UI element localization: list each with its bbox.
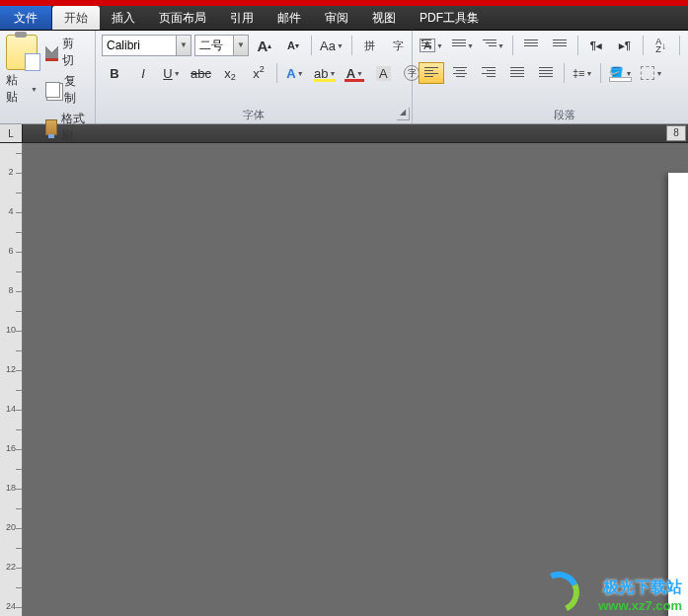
phonetic-guide-button[interactable]: 拼 (357, 35, 383, 56)
tab-mail[interactable]: 邮件 (266, 6, 313, 30)
borders-button[interactable]: ▼ (638, 62, 665, 84)
indent-increase-button[interactable] (547, 35, 573, 56)
bullets-icon (421, 39, 435, 51)
ruler-minor-tick (16, 232, 22, 233)
bold-button[interactable]: B (102, 62, 127, 84)
ruler-tick: 16 (0, 443, 22, 453)
ruler-vertical[interactable]: 24681012141618202224 (0, 143, 23, 616)
paste-button[interactable]: 粘贴▼ (6, 35, 38, 106)
ruler-tick: 14 (0, 404, 22, 414)
align-justify-icon (510, 67, 524, 79)
tab-review[interactable]: 审阅 (313, 6, 360, 30)
group-font-label: 字体 (243, 109, 265, 120)
tab-page-layout[interactable]: 页面布局 (147, 6, 218, 30)
workspace: 24681012141618202224 极光下载站 www.xz7.com (0, 143, 688, 616)
text-effect-button[interactable]: A▼ (282, 62, 308, 84)
copy-label: 复制 (64, 73, 85, 107)
tab-pdf-tools[interactable]: PDF工具集 (408, 6, 491, 30)
ruler-right-marker: 8 (666, 125, 686, 141)
ruler-minor-tick (16, 311, 22, 312)
numbering-button[interactable]: ▼ (449, 35, 477, 56)
strike-icon: abc (191, 66, 211, 81)
group-paragraph-label: 段落 (554, 109, 575, 120)
rtl-button[interactable]: ▸¶ (612, 35, 638, 56)
ruler-minor-tick (16, 568, 22, 569)
align-distribute-button[interactable] (533, 62, 559, 84)
separator (512, 36, 513, 55)
dialog-launcher-icon[interactable]: ◢ (397, 108, 410, 120)
underline-button[interactable]: U▼ (159, 62, 185, 84)
align-justify-button[interactable] (504, 62, 530, 84)
separator (564, 63, 565, 83)
italic-button[interactable]: I (130, 62, 156, 84)
align-right-button[interactable] (476, 62, 501, 84)
ruler-minor-tick (16, 192, 22, 193)
copy-icon (45, 82, 60, 98)
align-center-icon (453, 67, 467, 79)
highlight-button[interactable]: ab▼ (311, 62, 339, 84)
tab-bar: 文件 开始 插入 页面布局 引用 邮件 审阅 视图 PDF工具集 (0, 6, 688, 31)
paste-icon (6, 35, 38, 70)
ruler-minor-tick (16, 469, 22, 470)
change-case-button[interactable]: Aa▼ (317, 35, 346, 56)
tab-view[interactable]: 视图 (360, 6, 408, 30)
borders-icon (641, 66, 654, 80)
cut-button[interactable]: 剪切 (41, 35, 89, 70)
chevron-down-icon[interactable]: ▼ (176, 36, 191, 55)
group-clipboard: 粘贴▼ 剪切 复制 格式刷 剪贴板◢ (0, 31, 96, 123)
grow-font-button[interactable]: A▴ (252, 35, 277, 56)
grow-font-icon: A (258, 38, 268, 54)
color-swatch (314, 79, 336, 82)
font-family-input[interactable] (103, 37, 176, 54)
align-center-button[interactable] (447, 62, 473, 84)
scissors-icon (45, 44, 58, 61)
sort-button[interactable]: AZ↓ (649, 35, 674, 56)
document-canvas[interactable]: 极光下载站 www.xz7.com (23, 143, 688, 616)
char-shading-button[interactable]: A (370, 62, 396, 84)
separator (577, 36, 578, 55)
copy-button[interactable]: 复制 (41, 72, 89, 108)
line-spacing-button[interactable]: ‡≡▼ (570, 62, 595, 84)
font-size-input[interactable] (195, 37, 233, 54)
font-family-combo[interactable]: ▼ (102, 35, 191, 56)
font-color-button[interactable]: A▼ (342, 62, 367, 84)
tab-home[interactable]: 开始 (52, 6, 100, 30)
ltr-button[interactable]: ¶◂ (583, 35, 609, 56)
chevron-down-icon[interactable]: ▼ (233, 36, 248, 55)
ruler-minor-tick (16, 587, 22, 588)
multilevel-button[interactable]: ▼ (480, 35, 507, 56)
superscript-button[interactable]: x2 (246, 62, 271, 84)
ruler-minor-tick (16, 489, 22, 490)
shrink-font-icon: A (287, 39, 295, 51)
bullets-button[interactable]: ▼ (419, 35, 446, 56)
char-border-icon: 字 (393, 38, 404, 53)
ruler-minor-tick (16, 212, 22, 213)
shading-button[interactable]: 🪣▼ (606, 62, 635, 84)
char-border-button[interactable]: 字 (386, 35, 412, 56)
align-left-button[interactable] (419, 62, 444, 84)
subscript-button[interactable]: x2 (217, 62, 243, 84)
indent-decrease-button[interactable] (518, 35, 544, 56)
font-size-combo[interactable]: ▼ (194, 35, 249, 56)
tab-file[interactable]: 文件 (0, 6, 52, 30)
color-swatch (344, 79, 364, 82)
ruler-tick: 22 (0, 562, 22, 572)
align-distribute-icon (539, 67, 553, 79)
tab-insert[interactable]: 插入 (100, 6, 147, 30)
shrink-font-button[interactable]: A▾ (280, 35, 306, 56)
strike-button[interactable]: abc (188, 62, 214, 84)
align-right-icon (482, 67, 496, 79)
ruler-tick: 6 (0, 246, 22, 256)
underline-icon: U (163, 66, 172, 81)
format-painter-button[interactable]: 格式刷 (41, 110, 89, 145)
separator (351, 36, 352, 55)
ruler-minor-tick (16, 548, 22, 549)
tab-references[interactable]: 引用 (218, 6, 266, 30)
ruler-minor-tick (16, 350, 22, 351)
paste-label: 粘贴 (6, 72, 28, 106)
numbering-icon (452, 39, 466, 51)
ruler-minor-tick (16, 449, 22, 450)
page (668, 173, 688, 616)
ruler-minor-tick (16, 508, 22, 509)
ruler-horizontal[interactable]: L 8 (0, 124, 688, 143)
